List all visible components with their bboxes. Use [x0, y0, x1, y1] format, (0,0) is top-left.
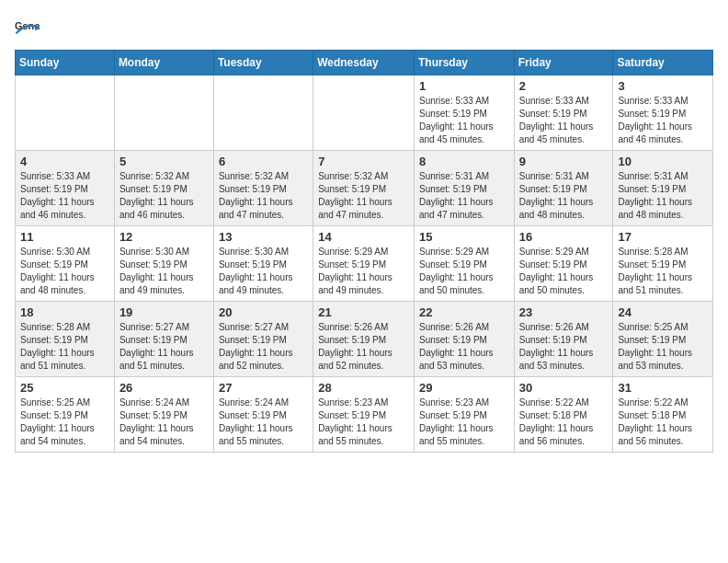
calendar-cell: 12Sunrise: 5:30 AM Sunset: 5:19 PM Dayli… — [114, 226, 213, 302]
calendar-cell: 4Sunrise: 5:33 AM Sunset: 5:19 PM Daylig… — [16, 151, 115, 226]
day-number: 22 — [419, 305, 509, 319]
day-info: Sunrise: 5:25 AM Sunset: 5:19 PM Dayligh… — [618, 321, 708, 373]
calendar-cell: 25Sunrise: 5:25 AM Sunset: 5:19 PM Dayli… — [16, 377, 115, 453]
day-info: Sunrise: 5:32 AM Sunset: 5:19 PM Dayligh… — [318, 170, 409, 222]
day-number: 15 — [419, 230, 509, 244]
day-info: Sunrise: 5:33 AM Sunset: 5:19 PM Dayligh… — [519, 95, 609, 146]
page-header: General — [15, 15, 713, 40]
day-header-thursday: Thursday — [414, 51, 514, 75]
day-number: 29 — [419, 381, 509, 395]
day-header-friday: Friday — [514, 51, 613, 75]
calendar-cell: 31Sunrise: 5:22 AM Sunset: 5:18 PM Dayli… — [613, 377, 713, 453]
calendar-cell: 22Sunrise: 5:26 AM Sunset: 5:19 PM Dayli… — [414, 302, 514, 377]
day-info: Sunrise: 5:23 AM Sunset: 5:19 PM Dayligh… — [318, 396, 409, 448]
day-info: Sunrise: 5:24 AM Sunset: 5:19 PM Dayligh… — [119, 396, 209, 448]
day-number: 9 — [519, 155, 609, 168]
calendar-table: SundayMondayTuesdayWednesdayThursdayFrid… — [15, 50, 713, 453]
day-header-sunday: Sunday — [16, 51, 115, 75]
calendar-cell: 6Sunrise: 5:32 AM Sunset: 5:19 PM Daylig… — [213, 151, 313, 226]
calendar-cell: 1Sunrise: 5:33 AM Sunset: 5:19 PM Daylig… — [414, 75, 514, 151]
calendar-cell: 26Sunrise: 5:24 AM Sunset: 5:19 PM Dayli… — [114, 377, 213, 453]
calendar-cell: 15Sunrise: 5:29 AM Sunset: 5:19 PM Dayli… — [414, 226, 514, 302]
day-info: Sunrise: 5:33 AM Sunset: 5:19 PM Dayligh… — [419, 95, 509, 146]
calendar-cell: 5Sunrise: 5:32 AM Sunset: 5:19 PM Daylig… — [114, 151, 213, 226]
day-number: 21 — [318, 305, 409, 319]
calendar-cell: 13Sunrise: 5:30 AM Sunset: 5:19 PM Dayli… — [213, 226, 313, 302]
day-info: Sunrise: 5:26 AM Sunset: 5:19 PM Dayligh… — [419, 321, 509, 373]
day-info: Sunrise: 5:29 AM Sunset: 5:19 PM Dayligh… — [419, 246, 509, 297]
logo: General — [15, 15, 44, 40]
day-number: 5 — [119, 155, 209, 168]
day-info: Sunrise: 5:27 AM Sunset: 5:19 PM Dayligh… — [219, 321, 308, 373]
day-number: 13 — [219, 230, 308, 244]
day-number: 27 — [219, 381, 308, 395]
calendar-cell: 21Sunrise: 5:26 AM Sunset: 5:19 PM Dayli… — [313, 302, 415, 377]
day-info: Sunrise: 5:31 AM Sunset: 5:19 PM Dayligh… — [618, 170, 708, 222]
calendar-cell: 8Sunrise: 5:31 AM Sunset: 5:19 PM Daylig… — [414, 151, 514, 226]
day-number: 24 — [618, 305, 708, 319]
day-info: Sunrise: 5:33 AM Sunset: 5:19 PM Dayligh… — [618, 95, 708, 146]
logo-icon: General — [15, 15, 40, 40]
day-info: Sunrise: 5:22 AM Sunset: 5:18 PM Dayligh… — [618, 396, 708, 448]
day-number: 3 — [618, 79, 708, 93]
day-number: 14 — [318, 230, 409, 244]
calendar-cell: 19Sunrise: 5:27 AM Sunset: 5:19 PM Dayli… — [114, 302, 213, 377]
day-number: 26 — [119, 381, 209, 395]
calendar-week-4: 18Sunrise: 5:28 AM Sunset: 5:19 PM Dayli… — [16, 302, 713, 377]
calendar-cell: 24Sunrise: 5:25 AM Sunset: 5:19 PM Dayli… — [613, 302, 713, 377]
day-info: Sunrise: 5:26 AM Sunset: 5:19 PM Dayligh… — [519, 321, 609, 373]
day-number: 23 — [519, 305, 609, 319]
calendar-cell: 7Sunrise: 5:32 AM Sunset: 5:19 PM Daylig… — [313, 151, 415, 226]
calendar-cell: 20Sunrise: 5:27 AM Sunset: 5:19 PM Dayli… — [213, 302, 313, 377]
day-info: Sunrise: 5:32 AM Sunset: 5:19 PM Dayligh… — [119, 170, 209, 222]
day-info: Sunrise: 5:30 AM Sunset: 5:19 PM Dayligh… — [119, 246, 209, 297]
calendar-cell — [114, 75, 213, 151]
calendar-cell — [313, 75, 415, 151]
day-number: 30 — [519, 381, 609, 395]
day-number: 28 — [318, 381, 409, 395]
day-header-monday: Monday — [114, 51, 213, 75]
day-number: 8 — [419, 155, 509, 168]
calendar-cell: 11Sunrise: 5:30 AM Sunset: 5:19 PM Dayli… — [16, 226, 115, 302]
calendar-cell: 2Sunrise: 5:33 AM Sunset: 5:19 PM Daylig… — [514, 75, 613, 151]
day-info: Sunrise: 5:32 AM Sunset: 5:19 PM Dayligh… — [219, 170, 308, 222]
day-info: Sunrise: 5:28 AM Sunset: 5:19 PM Dayligh… — [20, 321, 109, 373]
day-number: 25 — [20, 381, 109, 395]
day-number: 17 — [618, 230, 708, 244]
day-number: 1 — [419, 79, 509, 93]
day-info: Sunrise: 5:29 AM Sunset: 5:19 PM Dayligh… — [519, 246, 609, 297]
calendar-cell: 17Sunrise: 5:28 AM Sunset: 5:19 PM Dayli… — [613, 226, 713, 302]
calendar-cell — [16, 75, 115, 151]
day-info: Sunrise: 5:30 AM Sunset: 5:19 PM Dayligh… — [20, 246, 109, 297]
day-header-tuesday: Tuesday — [213, 51, 313, 75]
calendar-cell: 30Sunrise: 5:22 AM Sunset: 5:18 PM Dayli… — [514, 377, 613, 453]
calendar-cell: 29Sunrise: 5:23 AM Sunset: 5:19 PM Dayli… — [414, 377, 514, 453]
day-info: Sunrise: 5:23 AM Sunset: 5:19 PM Dayligh… — [419, 396, 509, 448]
calendar-week-5: 25Sunrise: 5:25 AM Sunset: 5:19 PM Dayli… — [16, 377, 713, 453]
day-info: Sunrise: 5:31 AM Sunset: 5:19 PM Dayligh… — [419, 170, 509, 222]
calendar-cell: 16Sunrise: 5:29 AM Sunset: 5:19 PM Dayli… — [514, 226, 613, 302]
calendar-week-1: 1Sunrise: 5:33 AM Sunset: 5:19 PM Daylig… — [16, 75, 713, 151]
day-number: 4 — [20, 155, 109, 168]
day-number: 6 — [219, 155, 308, 168]
day-info: Sunrise: 5:29 AM Sunset: 5:19 PM Dayligh… — [318, 246, 409, 297]
day-info: Sunrise: 5:26 AM Sunset: 5:19 PM Dayligh… — [318, 321, 409, 373]
day-info: Sunrise: 5:33 AM Sunset: 5:19 PM Dayligh… — [20, 170, 109, 222]
day-number: 12 — [119, 230, 209, 244]
day-header-saturday: Saturday — [613, 51, 713, 75]
day-number: 10 — [618, 155, 708, 168]
day-number: 16 — [519, 230, 609, 244]
day-number: 19 — [119, 305, 209, 319]
calendar-cell: 10Sunrise: 5:31 AM Sunset: 5:19 PM Dayli… — [613, 151, 713, 226]
calendar-cell: 9Sunrise: 5:31 AM Sunset: 5:19 PM Daylig… — [514, 151, 613, 226]
day-info: Sunrise: 5:22 AM Sunset: 5:18 PM Dayligh… — [519, 396, 609, 448]
day-info: Sunrise: 5:28 AM Sunset: 5:19 PM Dayligh… — [618, 246, 708, 297]
day-number: 18 — [20, 305, 109, 319]
calendar-cell: 27Sunrise: 5:24 AM Sunset: 5:19 PM Dayli… — [213, 377, 313, 453]
calendar-cell: 28Sunrise: 5:23 AM Sunset: 5:19 PM Dayli… — [313, 377, 415, 453]
day-header-wednesday: Wednesday — [313, 51, 415, 75]
calendar-cell: 14Sunrise: 5:29 AM Sunset: 5:19 PM Dayli… — [313, 226, 415, 302]
calendar-week-2: 4Sunrise: 5:33 AM Sunset: 5:19 PM Daylig… — [16, 151, 713, 226]
day-number: 7 — [318, 155, 409, 168]
calendar-week-3: 11Sunrise: 5:30 AM Sunset: 5:19 PM Dayli… — [16, 226, 713, 302]
